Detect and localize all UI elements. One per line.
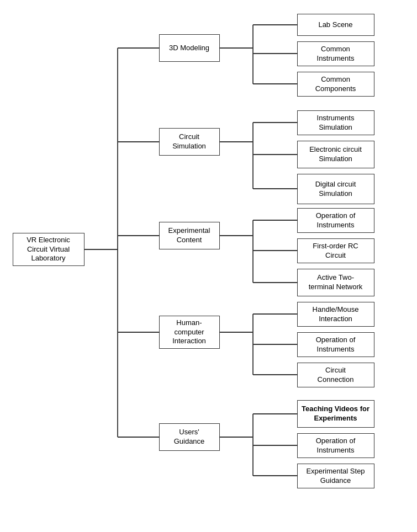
circuit-connection-node: CircuitConnection	[297, 363, 374, 387]
teaching-videos-node: Teaching Videos forExperiments	[297, 400, 374, 428]
handle-mouse-node: Handle/MouseInteraction	[297, 302, 374, 327]
root-node: VR Electronic Circuit Virtual Laboratory	[13, 233, 85, 266]
hci-node: Human-computerInteraction	[159, 316, 220, 349]
common-components-node: CommonComponents	[297, 72, 374, 97]
exp-step-guidance-node: Experimental StepGuidance	[297, 464, 374, 488]
exp-content-node: ExperimentalContent	[159, 222, 220, 249]
electronic-circuit-sim-node: Electronic circuitSimulation	[297, 141, 374, 168]
instruments-sim-node: InstrumentsSimulation	[297, 110, 374, 135]
digital-circuit-sim-node: Digital circuitSimulation	[297, 174, 374, 204]
first-order-rc-node: First-order RCCircuit	[297, 238, 374, 263]
op-instruments-exp-node: Operation ofInstruments	[297, 208, 374, 233]
common-instruments-node: CommonInstruments	[297, 41, 374, 66]
circuit-sim-node: CircuitSimulation	[159, 128, 220, 156]
lab-scene-node: Lab Scene	[297, 14, 374, 36]
diagram-container: VR Electronic Circuit Virtual Laboratory…	[4, 4, 413, 528]
op-instruments-hci-node: Operation ofInstruments	[297, 332, 374, 357]
active-two-terminal-node: Active Two-terminal Network	[297, 269, 374, 296]
modeling-node: 3D Modeling	[159, 34, 220, 62]
users-guidance-node: Users'Guidance	[159, 423, 220, 451]
op-instruments-ug-node: Operation ofInstruments	[297, 433, 374, 458]
